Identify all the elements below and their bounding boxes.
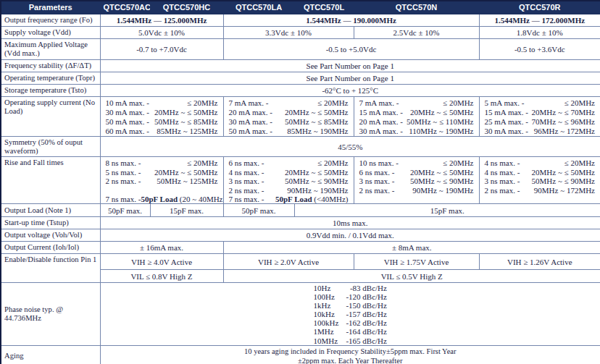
offset-frequency: 100kHz [314,318,339,327]
spec-line: 10 ns max. -≤ 20MHz [359,158,474,167]
value-cell: 3.3Vdc ± 10% [223,26,354,38]
spec-min: 7 mA max. - [229,98,269,108]
row-startup-time: Start-up time (Tstup) 10ms max. [1,217,600,229]
value-cell: -0.7 to +7.0Vdc [100,38,223,59]
spec-range: 20MHz ~ ≤ 50MHz [410,168,473,177]
value-cell: 4 ns max. -≤ 20MHz 4 ns max. -20MHz ~ ≤ … [479,157,600,204]
param-label: Operating temperature (Topr) [1,72,100,84]
spec-line: 4 ns max. -20MHz ~ ≤ 50MHz [485,168,596,177]
spec-range: 110MHz ~ 190MHz [409,127,473,136]
value-cell: -0.5 to +3.6Vdc [479,38,600,59]
noise-value: -164 dBc/Hz [346,327,387,336]
param-label: Rise and Fall times [1,157,100,204]
param-label: Start-up time (Tstup) [1,217,100,229]
spec-min: 5 mA max. - [485,98,525,108]
spec-min: 2 ns max. - [359,186,395,195]
noise-value: -150 dBc/Hz [346,301,387,310]
spec-range: 50MHz ~ 125MHz [157,177,217,185]
col-header-qtcc570ac: QTCC570AC [100,1,150,14]
spec-line: 20 mA max. -50MHz ~ ≤ 110MHz [359,117,474,127]
spec-line: 7 mA max. -≤ 20MHz [229,98,349,108]
spec-range: ≤ 20MHz [317,158,348,167]
spec-range: 85MHz ~ 125MHz [157,127,217,136]
spec-min: 2 ns max. - [229,186,264,195]
value-cell: 10 mA max. -≤ 20MHz 30 mA max. -20MHz ~ … [100,96,223,137]
spec-line: 15 mA max. -20MHz ~ ≤ 50MHz [359,108,474,117]
spec-min: 5 ns max. - [106,168,141,177]
spec-range: ≤ 20MHz [187,98,217,108]
col-header-parameters: Parameters [1,1,100,14]
row-output-load: Output Load (Note 1) 50pF max. 15pF max.… [1,204,600,217]
spec-min: 30 mA max. - [229,117,273,127]
col-header-qtcc570la: QTCC570LA [223,1,294,14]
spec-line: 4 ns max. -20MHz ~ ≤ 50MHz [229,168,349,177]
value-cell: 50pF max. [100,204,150,217]
param-label: Frequency stability (ΔF/ΔT) [1,59,100,72]
value-cell: 7 mA max. -≤ 20MHz 20 mA max. -20MHz ~ ≤… [223,96,354,137]
offset-frequency: 100Hz [314,292,339,301]
spec-range: ≤ 20MHz [564,98,595,108]
spec-range: 20MHz ~ ≤ 50MHz [154,168,217,177]
load-range: (<40MHz) [312,195,349,203]
param-label: Aging [1,346,100,364]
spec-line: 3 ns max. -50MHz ~ ≤ 90MHz [229,177,349,185]
value-cell: 1.544MHz — 190.000MHz [223,14,479,26]
spec-min: 60 mA max. - [106,127,150,136]
param-label: Maximum Applied Voltage (Vdd max.) [1,38,100,59]
spec-min: 30 mA max. - [485,127,529,136]
value-cell: ± 16mA max. [100,242,223,254]
value-cell: 50pF max. [223,204,294,217]
spec-range: 20MHz ~ ≤ 70MHz [532,108,595,117]
offset-frequency: 10kHz [314,310,339,318]
spec-min: 2 ns max. - [106,177,141,185]
spec-range: ≤ 20MHz [443,98,473,108]
param-label: Symmetry (50% of ouput waveform) [1,137,100,157]
spec-range: 50MHz ~ ≤ 90MHz [285,177,348,185]
spec-line: 50 mA max. -50MHz ~ ≤ 85MHz [106,117,218,127]
spec-range: 50MHz ~ ≤ 90MHz [410,177,473,185]
spec-range: 50MHz ~ ≤ 110MHz [407,117,474,127]
spec-range: 50MHz ~ ≤ 85MHz [285,117,348,127]
value-cell: 1.8Vdc ± 10% [479,26,600,38]
value-cell: VIH ≥ 2.0V Active [223,254,354,270]
spec-line-load: 7 ns max. -50pF Load (<40MHz) [229,195,349,203]
spec-line: 4 ns max. -≤ 20MHz [485,158,596,167]
spec-min: 10 mA max. - [106,98,150,108]
row-phase-noise: Phase noise typ. @ 44.736MHz 10Hz-83 dBc… [1,283,600,346]
value-cell: VIH ≥ 1.26V Active [479,254,600,270]
noise-value: -165 dBc/Hz [346,337,387,345]
value-cell: 6 ns max. -≤ 20MHz 4 ns max. -20MHz ~ ≤ … [223,157,354,204]
header-row: Parameters QTCC570AC QTCC570HC QTCC570LA… [1,1,600,14]
spec-range: 50MHz ~ ≤ 85MHz [154,117,217,127]
row-supply-voltage: Supply voltage (Vdd) 5.0Vdc ± 10% 3.3Vdc… [1,26,600,38]
spec-min: 7 ns max. - [106,195,141,203]
spec-line: 2 ns max. -90MHz ~ 172MHz [485,186,596,195]
col-header-qtcc570r: QTCC570R [479,1,600,14]
value-cell: See Part Number on Page 1 [100,72,600,84]
spec-table: Parameters QTCC570AC QTCC570HC QTCC570LA… [0,0,600,364]
spec-line: 7 mA max. -≤ 20MHz [359,98,474,108]
row-output-voltage: Output voltage (Voh/Vol) 0.9Vdd min. / 0… [1,229,600,242]
spec-line: 8 ns max. -≤ 20MHz [106,158,218,167]
value-cell: 1.544MHz — 125.000MHz [100,14,223,26]
spec-line: 2 ns max. -90MHz ~ 190MHz [229,186,349,195]
value-cell: 45/55% [100,137,600,157]
phase-noise-list: 10Hz-83 dBc/Hz 100Hz-120 dBc/Hz 1kHz-150… [314,284,387,345]
spec-range: 90MHz ~ 190MHz [287,186,348,195]
spec-line: 15 mA max. -20MHz ~ ≤ 70MHz [485,108,596,117]
spec-min: 15 mA max. - [485,108,529,117]
spec-range: 70MHz ~ ≤ 96MHz [532,117,595,127]
spec-line-load: 7 ns max. -50pF Load (20 ~ 40MHz) [106,195,218,203]
spec-range: 50pF Load (<40MHz) [275,195,349,203]
spec-range: 20MHz ~ ≤ 50MHz [285,108,348,117]
load-condition: 50pF Load [141,195,178,203]
spec-min: 6 ns max. - [359,168,395,177]
spec-range: ≤ 20MHz [317,98,348,108]
col-header-qtcc570n: QTCC570N [354,1,479,14]
noise-value: -157 dBc/Hz [346,310,387,318]
row-rise-fall-times: Rise and Fall times 8 ns max. -≤ 20MHz 5… [1,157,600,204]
spec-min: 15 mA max. - [359,108,404,117]
noise-value: -120 dBc/Hz [346,292,387,301]
value-cell: VIH ≥ 4.0V Active [100,254,223,270]
spec-range: 96MHz ~ 172MHz [534,127,595,136]
